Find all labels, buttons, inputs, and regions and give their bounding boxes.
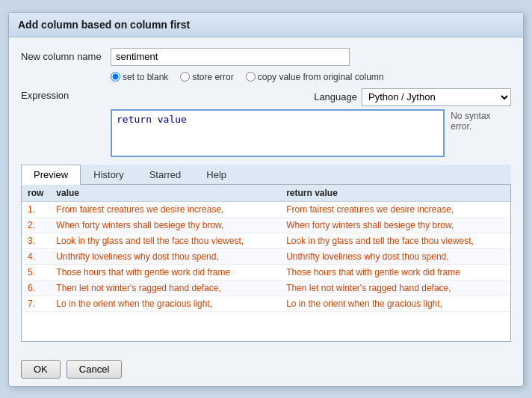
- new-column-input[interactable]: [111, 48, 350, 66]
- radio-copy-value[interactable]: copy value from original column: [246, 72, 384, 82]
- radio-set-blank[interactable]: set to blank: [111, 72, 168, 82]
- col-header-value: value: [50, 185, 280, 202]
- language-row: Language Python / JythonClojure: [111, 88, 511, 106]
- table-row: 3. Look in thy glass and tell the face t…: [22, 233, 510, 248]
- expression-area-wrapper: return value No syntax error.: [111, 109, 511, 157]
- table-row: 1. From fairest creatures we desire incr…: [22, 201, 510, 217]
- cell-row-num: 5.: [22, 264, 50, 280]
- new-column-row: New column name: [21, 48, 511, 66]
- radio-store-error[interactable]: store error: [180, 72, 233, 82]
- cell-value: Then let not winter's ragged hand deface…: [50, 280, 280, 296]
- cell-return-value: Lo in the orient when the gracious light…: [280, 296, 510, 311]
- tab-history[interactable]: History: [81, 165, 136, 184]
- tab-help[interactable]: Help: [194, 165, 239, 184]
- tab-starred[interactable]: Starred: [137, 165, 194, 184]
- expression-right: Language Python / JythonClojure return v…: [111, 88, 511, 157]
- cell-row-num: 4.: [22, 248, 50, 264]
- cell-row-num: 1.: [22, 201, 50, 217]
- cell-return-value: Those hours that with gentle work did fr…: [280, 264, 510, 280]
- col-header-row: row: [22, 185, 50, 202]
- cell-value: Look in thy glass and tell the face thou…: [50, 233, 280, 248]
- cell-value: Those hours that with gentle work did fr…: [50, 264, 280, 280]
- cell-return-value: From fairest creatures we desire increas…: [280, 201, 510, 217]
- preview-table: row value return value 1. From fairest c…: [22, 185, 510, 312]
- expression-row: Expression Language Python / JythonCloju…: [21, 88, 511, 157]
- table-row: 4. Unthrifty loveliness why dost thou sp…: [22, 248, 510, 264]
- cell-row-num: 3.: [22, 233, 50, 248]
- cell-row-num: 7.: [22, 296, 50, 311]
- expression-textarea[interactable]: return value: [111, 109, 445, 157]
- table-row: 7. Lo in the orient when the gracious li…: [22, 296, 510, 311]
- cell-return-value: Unthrifty loveliness why dost thou spend…: [280, 248, 510, 264]
- add-column-dialog: Add column based on column first New col…: [8, 12, 524, 387]
- ok-button[interactable]: OK: [21, 360, 61, 379]
- expression-label: Expression: [21, 88, 111, 101]
- tab-preview[interactable]: Preview: [21, 165, 81, 185]
- cell-return-value: When forty winters shall besiege thy bro…: [280, 217, 510, 233]
- table-body: 1. From fairest creatures we desire incr…: [22, 201, 510, 311]
- cell-value: When forty winters shall besiege thy bro…: [50, 217, 280, 233]
- cell-return-value: Then let not winter's ragged hand deface…: [280, 280, 510, 296]
- col-header-return: return value: [280, 185, 510, 202]
- cell-value: Lo in the orient when the gracious light…: [50, 296, 280, 311]
- new-column-label: New column name: [21, 51, 111, 62]
- cell-return-value: Look in thy glass and tell the face thou…: [280, 233, 510, 248]
- preview-table-wrapper[interactable]: row value return value 1. From fairest c…: [21, 185, 511, 342]
- dialog-body: New column name set to blank store error…: [9, 37, 523, 352]
- tabs-bar: Preview History Starred Help: [21, 165, 511, 185]
- cancel-button[interactable]: Cancel: [66, 360, 122, 379]
- table-row: 6. Then let not winter's ragged hand def…: [22, 280, 510, 296]
- table-header-row: row value return value: [22, 185, 510, 202]
- cell-row-num: 2.: [22, 217, 50, 233]
- syntax-message: No syntax error.: [451, 109, 511, 132]
- dialog-title: Add column based on column first: [9, 13, 523, 37]
- table-row: 2. When forty winters shall besiege thy …: [22, 217, 510, 233]
- cell-value: Unthrifty loveliness why dost thou spend…: [50, 248, 280, 264]
- cell-row-num: 6.: [22, 280, 50, 296]
- table-row: 5. Those hours that with gentle work did…: [22, 264, 510, 280]
- language-label: Language: [314, 91, 357, 102]
- radio-options-row: set to blank store error copy value from…: [111, 72, 511, 82]
- cell-value: From fairest creatures we desire increas…: [50, 201, 280, 217]
- language-select[interactable]: Python / JythonClojure: [362, 88, 511, 106]
- dialog-footer: OK Cancel: [9, 352, 523, 386]
